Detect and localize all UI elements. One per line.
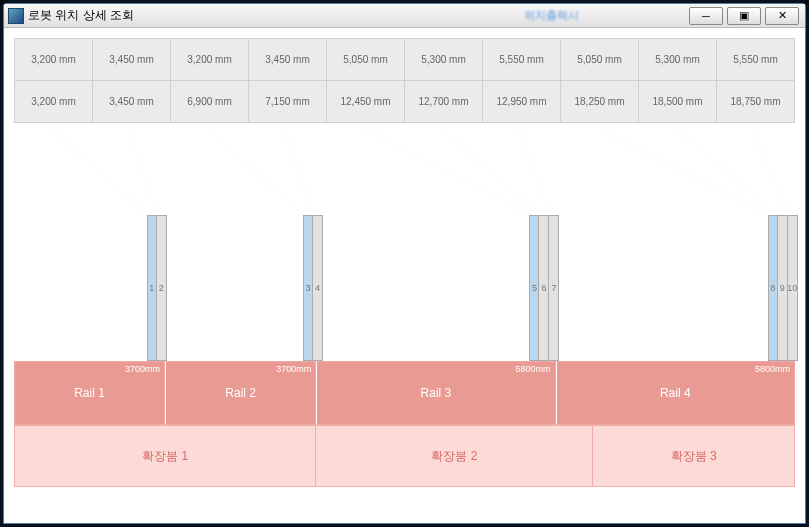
table-cell: 3,450 mm	[249, 39, 327, 81]
diagram-area: 12345678910 3700mmRail 13700mmRail 25800…	[14, 127, 795, 507]
sensor-column: 2	[157, 215, 167, 361]
rail-block: 3700mmRail 2	[165, 361, 316, 425]
svg-line-7	[596, 127, 768, 214]
svg-line-4	[362, 127, 530, 214]
table-cell: 3,200 mm	[15, 81, 93, 123]
sensor-group: 8910	[768, 215, 798, 361]
table-cell: 3,450 mm	[93, 39, 171, 81]
sensor-group: 567	[529, 215, 559, 361]
sensor-column: 4	[313, 215, 323, 361]
titlebar[interactable]: 로봇 위치 상세 조회 위치출력시 ─ ▣ ✕	[4, 4, 805, 28]
sensor-column: 5	[529, 215, 539, 361]
minimize-button[interactable]: ─	[689, 7, 723, 25]
app-icon	[8, 8, 24, 24]
rail-block: 5800mmRail 3	[316, 361, 555, 425]
sensor-group: 12	[147, 215, 167, 361]
maximize-button[interactable]: ▣	[727, 7, 761, 25]
rail-name-label: Rail 4	[660, 386, 691, 400]
table-cell: 5,050 mm	[561, 39, 639, 81]
svg-line-9	[752, 127, 788, 214]
svg-line-8	[674, 127, 778, 214]
titlebar-ghost-label: 위치출력시	[524, 8, 579, 23]
table-cell: 12,950 mm	[483, 81, 561, 123]
window-title: 로봇 위치 상세 조회	[28, 7, 134, 24]
content-area: 3,200 mm3,450 mm3,200 mm3,450 mm5,050 mm…	[4, 28, 805, 523]
extension-boom: 확장붐 1	[14, 425, 316, 487]
svg-line-0	[49, 127, 147, 214]
rail-block: 3700mmRail 1	[14, 361, 165, 425]
sensor-column: 10	[788, 215, 798, 361]
svg-line-6	[518, 127, 550, 214]
extension-boom: 확장붐 3	[593, 425, 794, 487]
app-window: 로봇 위치 상세 조회 위치출력시 ─ ▣ ✕ 3,200 mm3,450 mm…	[3, 3, 806, 524]
rail-block: 5800mmRail 4	[556, 361, 795, 425]
sensor-columns: 12345678910	[14, 215, 795, 361]
extension-boom: 확장붐 2	[316, 425, 593, 487]
rail-length-label: 3700mm	[125, 364, 160, 374]
sensor-column: 9	[778, 215, 788, 361]
table-cell: 5,550 mm	[483, 39, 561, 81]
table-cell: 5,550 mm	[717, 39, 795, 81]
svg-line-1	[127, 127, 157, 214]
svg-line-2	[205, 127, 303, 214]
rail-length-label: 5800mm	[755, 364, 790, 374]
rail-length-label: 3700mm	[276, 364, 311, 374]
extension-boom-row: 확장붐 1확장붐 2확장붐 3	[14, 425, 795, 487]
svg-line-5	[440, 127, 540, 214]
position-table: 3,200 mm3,450 mm3,200 mm3,450 mm5,050 mm…	[14, 38, 795, 123]
table-cell: 3,200 mm	[171, 39, 249, 81]
sensor-group: 34	[303, 215, 323, 361]
rail-name-label: Rail 1	[74, 386, 105, 400]
table-cell: 7,150 mm	[249, 81, 327, 123]
rail-name-label: Rail 2	[225, 386, 256, 400]
close-button[interactable]: ✕	[765, 7, 799, 25]
table-cell: 5,050 mm	[327, 39, 405, 81]
table-cell: 18,750 mm	[717, 81, 795, 123]
sensor-column: 3	[303, 215, 313, 361]
table-cell: 6,900 mm	[171, 81, 249, 123]
table-cell: 12,700 mm	[405, 81, 483, 123]
rail-row: 3700mmRail 13700mmRail 25800mmRail 35800…	[14, 361, 795, 425]
table-cell: 12,450 mm	[327, 81, 405, 123]
rail-name-label: Rail 3	[421, 386, 452, 400]
rail-length-label: 5800mm	[516, 364, 551, 374]
sensor-column: 1	[147, 215, 157, 361]
sensor-column: 8	[768, 215, 778, 361]
table-cell: 3,200 mm	[15, 39, 93, 81]
table-row: 3,200 mm3,450 mm6,900 mm7,150 mm12,450 m…	[15, 81, 795, 123]
sensor-column: 6	[539, 215, 549, 361]
sensor-column: 7	[549, 215, 559, 361]
table-row: 3,200 mm3,450 mm3,200 mm3,450 mm5,050 mm…	[15, 39, 795, 81]
table-cell: 5,300 mm	[639, 39, 717, 81]
table-cell: 18,250 mm	[561, 81, 639, 123]
table-cell: 18,500 mm	[639, 81, 717, 123]
table-cell: 5,300 mm	[405, 39, 483, 81]
svg-line-3	[283, 127, 313, 214]
table-cell: 3,450 mm	[93, 81, 171, 123]
